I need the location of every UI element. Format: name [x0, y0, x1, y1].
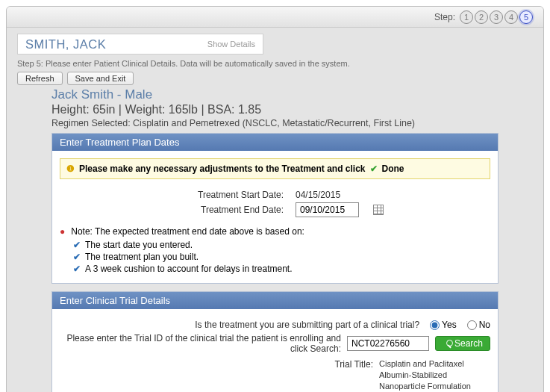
treatment-dates-panel: Enter Treatment Plan Dates ❶ Please make…: [51, 133, 499, 284]
step-4[interactable]: 4: [504, 10, 518, 24]
info-text: Please make any necessary adjustments to…: [79, 164, 366, 174]
trial-title-label: Trial Title:: [60, 358, 373, 392]
regimen-line: Regimen Selected: Cisplatin and Pemetrex…: [51, 118, 499, 128]
bullet-2-text: The treatment plan you built.: [85, 252, 199, 262]
app-window: Step: 1 2 3 4 5 SMITH, JACK Show Details…: [6, 6, 544, 392]
step-bar: Step: 1 2 3 4 5: [7, 7, 543, 28]
radio-yes-input[interactable]: [430, 320, 440, 330]
end-date-label: Treatment End Date:: [60, 205, 284, 215]
trial-id-prompt: Please enter the Trial ID of the clinica…: [60, 333, 341, 354]
alert-icon: ●: [60, 226, 65, 237]
bullet-3-text: A 3 week cushion to account for delays i…: [85, 264, 293, 274]
treatment-dates-body: ❶ Please make any necessary adjustments …: [52, 151, 498, 283]
tick-icon: ✔: [73, 264, 81, 274]
step-2[interactable]: 2: [475, 10, 488, 24]
calendar-icon[interactable]: [373, 205, 384, 215]
clinical-trial-panel: Enter Clinical Trial Details Is the trea…: [51, 291, 499, 392]
note-bullets: ✔The start date you entered. ✔The treatm…: [73, 240, 490, 274]
trial-title-value: Cisplatin and Paclitaxel Albumin-Stabili…: [379, 358, 490, 392]
patient-name-header: SMITH, JACK: [25, 37, 106, 52]
info-icon: ❶: [66, 164, 75, 174]
clinical-trial-body: Is the treatment you are submitting part…: [52, 309, 498, 392]
step-instruction: Step 5: Please enter Patient Clinical De…: [17, 59, 533, 68]
radio-yes-label: Yes: [442, 320, 457, 330]
step-3[interactable]: 3: [490, 10, 503, 24]
info-done: Done: [382, 164, 404, 174]
action-row: Refresh Save and Exit: [17, 72, 533, 85]
content-area: Jack Smith - Male Height: 65in | Weight:…: [17, 87, 533, 392]
search-button[interactable]: Search: [435, 336, 490, 351]
start-date-label: Treatment Start Date:: [60, 190, 284, 200]
regimen-value: Cisplatin and Pemetrexed (NSCLC, Metasta…: [133, 118, 415, 128]
radio-yes[interactable]: Yes: [430, 320, 457, 330]
radio-no-label: No: [479, 320, 490, 330]
end-date-row: Treatment End Date:: [60, 202, 490, 217]
clinical-trial-header: Enter Clinical Trial Details: [52, 292, 498, 309]
tick-icon: ✔: [73, 252, 81, 262]
bullet-1: ✔The start date you entered.: [73, 240, 490, 250]
show-details-link[interactable]: Show Details: [207, 40, 255, 49]
clinical-trial-question-row: Is the treatment you are submitting part…: [60, 320, 490, 330]
start-date-row: Treatment Start Date: 04/15/2015: [60, 190, 490, 200]
note-text: Note: The expected treatment end date ab…: [71, 226, 304, 237]
clinical-trial-question: Is the treatment you are submitting part…: [60, 320, 419, 330]
patient-measures: Height: 65in | Weight: 165lb | BSA: 1.85: [51, 103, 499, 116]
bullet-3: ✔A 3 week cushion to account for delays …: [73, 264, 490, 274]
end-date-input[interactable]: [296, 202, 359, 217]
bullet-2: ✔The treatment plan you built.: [73, 252, 490, 262]
treatment-dates-header: Enter Treatment Plan Dates: [52, 134, 498, 151]
note-line: ● Note: The expected treatment end date …: [60, 226, 490, 237]
check-icon: ✔: [370, 164, 378, 174]
save-exit-button[interactable]: Save and Exit: [67, 72, 134, 85]
refresh-button[interactable]: Refresh: [17, 72, 63, 85]
search-icon: [443, 340, 451, 348]
tick-icon: ✔: [73, 240, 81, 250]
step-5[interactable]: 5: [519, 10, 533, 24]
regimen-label: Regimen Selected:: [51, 118, 133, 128]
start-date-value: 04/15/2015: [296, 190, 340, 200]
trial-id-input[interactable]: [347, 336, 429, 351]
radio-no[interactable]: No: [467, 320, 490, 330]
trial-title-row: Trial Title: Cisplatin and Paclitaxel Al…: [60, 358, 490, 392]
patient-header-box: SMITH, JACK Show Details: [17, 34, 263, 55]
step-1[interactable]: 1: [460, 10, 473, 24]
search-button-label: Search: [454, 338, 483, 349]
step-label: Step:: [434, 12, 455, 22]
page-body: SMITH, JACK Show Details Step 5: Please …: [7, 28, 543, 392]
info-message: ❶ Please make any necessary adjustments …: [60, 158, 490, 179]
trial-id-row: Please enter the Trial ID of the clinica…: [60, 333, 490, 354]
bullet-1-text: The start date you entered.: [85, 240, 193, 250]
radio-no-input[interactable]: [467, 320, 477, 330]
patient-display-name: Jack Smith - Male: [51, 87, 499, 102]
